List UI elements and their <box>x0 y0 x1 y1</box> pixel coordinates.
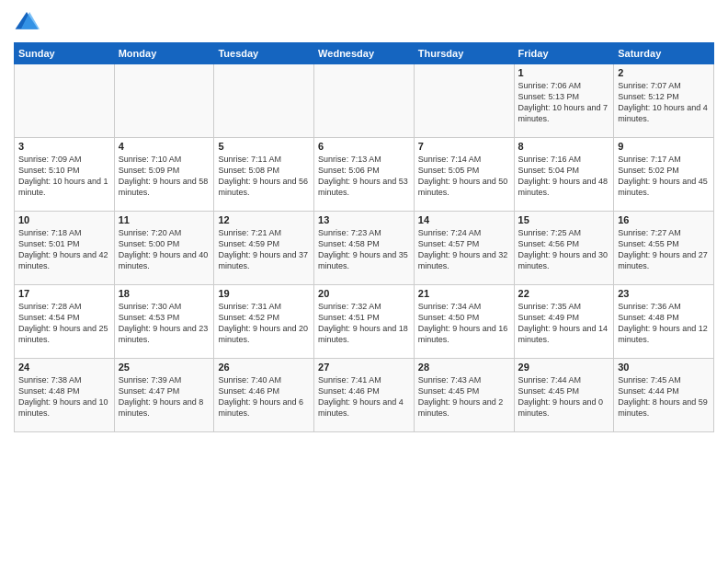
cell-info: Sunrise: 7:11 AM Sunset: 5:08 PM Dayligh… <box>218 154 310 199</box>
cell-day-number: 13 <box>318 214 410 225</box>
cell-info: Sunrise: 7:27 AM Sunset: 4:55 PM Dayligh… <box>618 227 710 272</box>
cell-day-number: 3 <box>18 141 110 152</box>
calendar-cell: 14Sunrise: 7:24 AM Sunset: 4:57 PM Dayli… <box>414 212 514 285</box>
page: SundayMondayTuesdayWednesdayThursdayFrid… <box>0 0 728 563</box>
calendar-header-thursday: Thursday <box>414 43 514 64</box>
logo-icon <box>14 9 40 35</box>
cell-info: Sunrise: 7:18 AM Sunset: 5:01 PM Dayligh… <box>18 227 110 272</box>
cell-day-number: 4 <box>119 141 210 152</box>
cell-day-number: 22 <box>518 288 610 299</box>
calendar-header-monday: Monday <box>114 43 214 64</box>
calendar-week-row: 24Sunrise: 7:38 AM Sunset: 4:48 PM Dayli… <box>15 359 714 432</box>
calendar-cell: 4Sunrise: 7:10 AM Sunset: 5:09 PM Daylig… <box>114 138 214 212</box>
calendar-week-row: 10Sunrise: 7:18 AM Sunset: 5:01 PM Dayli… <box>15 212 714 285</box>
cell-info: Sunrise: 7:30 AM Sunset: 4:53 PM Dayligh… <box>119 301 210 346</box>
calendar-cell: 16Sunrise: 7:27 AM Sunset: 4:55 PM Dayli… <box>614 212 714 285</box>
calendar-week-row: 3Sunrise: 7:09 AM Sunset: 5:10 PM Daylig… <box>15 138 714 212</box>
calendar-cell: 6Sunrise: 7:13 AM Sunset: 5:06 PM Daylig… <box>314 138 415 212</box>
calendar-cell: 8Sunrise: 7:16 AM Sunset: 5:04 PM Daylig… <box>514 138 614 212</box>
calendar-cell <box>214 64 314 138</box>
cell-day-number: 28 <box>418 362 510 373</box>
cell-day-number: 9 <box>618 141 710 152</box>
cell-info: Sunrise: 7:40 AM Sunset: 4:46 PM Dayligh… <box>218 374 310 419</box>
calendar-cell: 10Sunrise: 7:18 AM Sunset: 5:01 PM Dayli… <box>15 212 115 285</box>
calendar-header-row: SundayMondayTuesdayWednesdayThursdayFrid… <box>15 43 714 64</box>
cell-info: Sunrise: 7:17 AM Sunset: 5:02 PM Dayligh… <box>618 154 710 199</box>
calendar-cell: 29Sunrise: 7:44 AM Sunset: 4:45 PM Dayli… <box>514 359 614 432</box>
calendar-table: SundayMondayTuesdayWednesdayThursdayFrid… <box>14 42 714 432</box>
cell-info: Sunrise: 7:34 AM Sunset: 4:50 PM Dayligh… <box>418 301 510 346</box>
cell-day-number: 20 <box>318 288 410 299</box>
cell-info: Sunrise: 7:31 AM Sunset: 4:52 PM Dayligh… <box>218 301 310 346</box>
calendar-cell: 30Sunrise: 7:45 AM Sunset: 4:44 PM Dayli… <box>614 359 714 432</box>
cell-day-number: 17 <box>18 288 110 299</box>
calendar-cell: 13Sunrise: 7:23 AM Sunset: 4:58 PM Dayli… <box>314 212 415 285</box>
calendar-cell: 11Sunrise: 7:20 AM Sunset: 5:00 PM Dayli… <box>114 212 214 285</box>
calendar-cell: 27Sunrise: 7:41 AM Sunset: 4:46 PM Dayli… <box>314 359 415 432</box>
calendar-cell: 24Sunrise: 7:38 AM Sunset: 4:48 PM Dayli… <box>15 359 115 432</box>
cell-info: Sunrise: 7:32 AM Sunset: 4:51 PM Dayligh… <box>318 301 410 346</box>
cell-info: Sunrise: 7:23 AM Sunset: 4:58 PM Dayligh… <box>318 227 410 272</box>
cell-info: Sunrise: 7:44 AM Sunset: 4:45 PM Dayligh… <box>518 374 610 419</box>
calendar-cell: 2Sunrise: 7:07 AM Sunset: 5:12 PM Daylig… <box>614 64 714 138</box>
cell-day-number: 6 <box>318 141 410 152</box>
cell-info: Sunrise: 7:16 AM Sunset: 5:04 PM Dayligh… <box>518 154 610 199</box>
cell-info: Sunrise: 7:38 AM Sunset: 4:48 PM Dayligh… <box>18 374 110 419</box>
cell-day-number: 24 <box>18 362 110 373</box>
cell-day-number: 16 <box>618 214 710 225</box>
calendar-cell: 21Sunrise: 7:34 AM Sunset: 4:50 PM Dayli… <box>414 285 514 359</box>
cell-day-number: 15 <box>518 214 610 225</box>
cell-info: Sunrise: 7:45 AM Sunset: 4:44 PM Dayligh… <box>618 374 710 419</box>
cell-day-number: 29 <box>518 362 610 373</box>
header <box>14 9 714 35</box>
calendar-header-wednesday: Wednesday <box>314 43 415 64</box>
cell-day-number: 27 <box>318 362 410 373</box>
calendar-header-friday: Friday <box>514 43 614 64</box>
cell-day-number: 7 <box>418 141 510 152</box>
cell-info: Sunrise: 7:06 AM Sunset: 5:13 PM Dayligh… <box>518 80 610 125</box>
cell-day-number: 12 <box>218 214 310 225</box>
calendar-cell: 3Sunrise: 7:09 AM Sunset: 5:10 PM Daylig… <box>15 138 115 212</box>
cell-day-number: 1 <box>518 67 610 78</box>
cell-day-number: 21 <box>418 288 510 299</box>
calendar-header-sunday: Sunday <box>15 43 115 64</box>
calendar-cell <box>15 64 115 138</box>
cell-day-number: 19 <box>218 288 310 299</box>
calendar-cell: 1Sunrise: 7:06 AM Sunset: 5:13 PM Daylig… <box>514 64 614 138</box>
cell-day-number: 8 <box>518 141 610 152</box>
calendar-cell: 25Sunrise: 7:39 AM Sunset: 4:47 PM Dayli… <box>114 359 214 432</box>
cell-day-number: 23 <box>618 288 710 299</box>
cell-info: Sunrise: 7:24 AM Sunset: 4:57 PM Dayligh… <box>418 227 510 272</box>
cell-info: Sunrise: 7:43 AM Sunset: 4:45 PM Dayligh… <box>418 374 510 419</box>
cell-info: Sunrise: 7:20 AM Sunset: 5:00 PM Dayligh… <box>119 227 210 272</box>
cell-day-number: 11 <box>119 214 210 225</box>
calendar-cell <box>114 64 214 138</box>
cell-info: Sunrise: 7:13 AM Sunset: 5:06 PM Dayligh… <box>318 154 410 199</box>
calendar-header-saturday: Saturday <box>614 43 714 64</box>
calendar-cell: 5Sunrise: 7:11 AM Sunset: 5:08 PM Daylig… <box>214 138 314 212</box>
cell-info: Sunrise: 7:39 AM Sunset: 4:47 PM Dayligh… <box>119 374 210 419</box>
cell-info: Sunrise: 7:36 AM Sunset: 4:48 PM Dayligh… <box>618 301 710 346</box>
calendar-cell: 18Sunrise: 7:30 AM Sunset: 4:53 PM Dayli… <box>114 285 214 359</box>
calendar-header-tuesday: Tuesday <box>214 43 314 64</box>
logo <box>14 9 43 35</box>
calendar-week-row: 1Sunrise: 7:06 AM Sunset: 5:13 PM Daylig… <box>15 64 714 138</box>
calendar-cell <box>414 64 514 138</box>
calendar-cell: 7Sunrise: 7:14 AM Sunset: 5:05 PM Daylig… <box>414 138 514 212</box>
cell-day-number: 30 <box>618 362 710 373</box>
calendar-cell: 19Sunrise: 7:31 AM Sunset: 4:52 PM Dayli… <box>214 285 314 359</box>
calendar-cell: 17Sunrise: 7:28 AM Sunset: 4:54 PM Dayli… <box>15 285 115 359</box>
cell-day-number: 10 <box>18 214 110 225</box>
cell-info: Sunrise: 7:14 AM Sunset: 5:05 PM Dayligh… <box>418 154 510 199</box>
calendar-cell: 23Sunrise: 7:36 AM Sunset: 4:48 PM Dayli… <box>614 285 714 359</box>
cell-day-number: 5 <box>218 141 310 152</box>
cell-day-number: 14 <box>418 214 510 225</box>
cell-info: Sunrise: 7:41 AM Sunset: 4:46 PM Dayligh… <box>318 374 410 419</box>
cell-day-number: 25 <box>119 362 210 373</box>
cell-info: Sunrise: 7:07 AM Sunset: 5:12 PM Dayligh… <box>618 80 710 125</box>
cell-info: Sunrise: 7:35 AM Sunset: 4:49 PM Dayligh… <box>518 301 610 346</box>
calendar-cell: 12Sunrise: 7:21 AM Sunset: 4:59 PM Dayli… <box>214 212 314 285</box>
calendar-cell: 9Sunrise: 7:17 AM Sunset: 5:02 PM Daylig… <box>614 138 714 212</box>
calendar-week-row: 17Sunrise: 7:28 AM Sunset: 4:54 PM Dayli… <box>15 285 714 359</box>
cell-day-number: 26 <box>218 362 310 373</box>
